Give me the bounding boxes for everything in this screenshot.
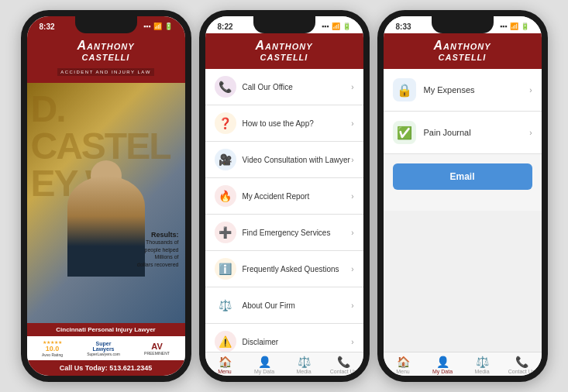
data-icon-1: ✅ xyxy=(393,121,416,144)
menu-label-3: My Accident Report xyxy=(243,192,352,201)
tab-icon-3-3: 📞 xyxy=(515,356,528,368)
spacer xyxy=(384,211,542,352)
tab-my-data-3[interactable]: 👤 My Data xyxy=(423,356,463,374)
tab-bar-2: 🏠 Menu 👤 My Data ⚖️ Media 📞 Contact Us xyxy=(205,352,363,376)
menu-label-2: Video Consultation with Lawyer xyxy=(243,156,352,164)
call-text: Call Us Today: 513.621.2345 xyxy=(31,364,181,372)
data-item-1[interactable]: ✅ Pain Journal › xyxy=(384,112,542,154)
battery-icon-3: 🔋 xyxy=(521,22,529,30)
tab-icon-2-3: ⚖️ xyxy=(476,356,489,368)
menu-label-6: About Our Firm xyxy=(243,301,352,310)
menu-icon-7: ⚠️ xyxy=(215,331,236,352)
person-body xyxy=(67,176,145,277)
time-1: 8:32 xyxy=(40,22,55,31)
results-lines: Thousands of people helped Millions of d… xyxy=(137,239,179,269)
tab-label-2-2: Media xyxy=(296,369,311,374)
screen1-logo-subtitle: ACCIDENT AND INJURY LAW xyxy=(57,68,154,76)
award-superlawyers: Super Lawyers SuperLawyers.com xyxy=(87,341,120,356)
screen1-phone: 8:32 ▪▪▪ 📶 🔋 AANTHONY CASTELLI ACCIDENT … xyxy=(21,10,191,382)
tab-label-1-2: My Data xyxy=(254,369,274,374)
menu-label-1: How to use the App? xyxy=(243,119,352,128)
tab-media-2[interactable]: ⚖️ Media xyxy=(284,356,324,374)
menu-item-6[interactable]: ⚖️ About Our Firm › xyxy=(205,287,363,324)
wifi-icon-3: 📶 xyxy=(510,22,518,30)
notch xyxy=(75,16,137,33)
tab-label-0-3: Menu xyxy=(396,369,410,374)
menu-label-7: Disclaimer xyxy=(243,338,352,346)
menu-icon-3: 🔥 xyxy=(215,185,236,207)
award-av: AV PREEMINENT xyxy=(144,342,170,356)
tab-label-3-2: Contact Us xyxy=(330,369,357,374)
chevron-icon-0: › xyxy=(351,83,353,91)
status-icons-3: ▪▪▪ 📶 🔋 xyxy=(500,22,529,30)
screen2-logo: AANTHONY CASTELLI xyxy=(213,38,356,63)
battery-icon-2: 🔋 xyxy=(343,22,351,30)
time-3: 8:33 xyxy=(396,22,411,31)
award-avvo: ★★★★★ 10.0 Avvo Rating xyxy=(42,339,63,357)
battery-icon: 🔋 xyxy=(164,22,173,30)
results-box: Results: Thousands of people helped Mill… xyxy=(137,231,179,269)
tab-icon-0-2: 🏠 xyxy=(219,356,232,368)
menu-item-4[interactable]: ➕ Find Emergency Services › xyxy=(205,215,363,251)
menu-item-1[interactable]: ❓ How to use the App? › xyxy=(205,105,363,142)
tab-icon-2-2: ⚖️ xyxy=(298,356,311,368)
screen3-header: AANTHONY CASTELLI xyxy=(384,33,542,69)
tab-contact-us-3[interactable]: 📞 Contact Us xyxy=(502,356,542,374)
tab-icon-1-3: 👤 xyxy=(436,356,449,368)
data-chevron-1: › xyxy=(529,129,532,137)
menu-icon-1: ❓ xyxy=(215,112,236,134)
tab-media-3[interactable]: ⚖️ Media xyxy=(463,356,502,374)
menu-icon-0: 📞 xyxy=(215,76,236,98)
signal-icon: ▪▪▪ xyxy=(143,22,151,30)
footer-tagline: Cincinnati Personal Injury Lawyer xyxy=(32,326,181,333)
menu-item-2[interactable]: 🎥 Video Consultation with Lawyer › xyxy=(205,142,363,178)
tab-icon-1-2: 👤 xyxy=(258,356,271,368)
menu-icon-5: ℹ️ xyxy=(215,258,236,280)
tab-my-data-2[interactable]: 👤 My Data xyxy=(245,356,284,374)
time-2: 8:22 xyxy=(218,22,233,31)
tab-icon-0-3: 🏠 xyxy=(397,356,410,368)
menu-item-7[interactable]: ⚠️ Disclaimer › xyxy=(205,324,363,352)
screen1-header: AANTHONY CASTELLI ACCIDENT AND INJURY LA… xyxy=(27,33,185,83)
menu-icon-6: ⚖️ xyxy=(215,294,236,316)
email-button[interactable]: Email xyxy=(393,163,532,190)
menu-item-0[interactable]: 📞 Call Our Office › xyxy=(205,69,363,105)
data-label-1: Pain Journal xyxy=(424,128,530,137)
chevron-icon-3: › xyxy=(351,192,353,201)
data-chevron-0: › xyxy=(529,86,532,95)
menu-label-5: Frequently Asked Questions xyxy=(243,265,352,273)
status-icons-2: ▪▪▪ 📶 🔋 xyxy=(322,22,351,30)
screen2-header: AANTHONY CASTELLI xyxy=(205,33,363,69)
menu-item-3[interactable]: 🔥 My Accident Report › xyxy=(205,178,363,215)
notch-3 xyxy=(432,16,494,33)
tab-label-0-2: Menu xyxy=(218,369,232,374)
menu-icon-4: ➕ xyxy=(215,222,236,243)
tab-label-1-3: My Data xyxy=(432,369,453,374)
call-bar[interactable]: Call Us Today: 513.621.2345 xyxy=(27,360,185,376)
tab-menu-2[interactable]: 🏠 Menu xyxy=(205,356,245,374)
menu-icon-2: 🎥 xyxy=(215,149,236,170)
chevron-icon-4: › xyxy=(351,229,353,237)
footer-band: Cincinnati Personal Injury Lawyer xyxy=(27,323,185,336)
chevron-icon-5: › xyxy=(351,265,353,273)
data-item-0[interactable]: 🔒 My Expenses › xyxy=(384,69,542,112)
chevron-icon-2: › xyxy=(351,156,353,164)
status-icons-1: ▪▪▪ 📶 🔋 xyxy=(143,22,173,30)
tab-bar-3: 🏠 Menu 👤 My Data ⚖️ Media 📞 Contact Us xyxy=(384,352,542,376)
signal-icon-2: ▪▪▪ xyxy=(322,22,329,30)
wifi-icon-2: 📶 xyxy=(332,22,340,30)
data-icon-0: 🔒 xyxy=(393,78,416,101)
tab-menu-3[interactable]: 🏠 Menu xyxy=(384,356,423,374)
data-label-0: My Expenses xyxy=(424,85,530,95)
screens-container: 8:32 ▪▪▪ 📶 🔋 AANTHONY CASTELLI ACCIDENT … xyxy=(13,2,556,390)
screen3-logo: AANTHONY CASTELLI xyxy=(391,38,534,63)
awards-bar: ★★★★★ 10.0 Avvo Rating Super Lawyers Sup… xyxy=(27,336,185,360)
screen1-hero: D. CASTELEY W Results: Thousands of peop… xyxy=(27,83,185,323)
menu-item-5[interactable]: ℹ️ Frequently Asked Questions › xyxy=(205,251,363,287)
tab-contact-us-2[interactable]: 📞 Contact Us xyxy=(324,356,363,374)
signal-icon-3: ▪▪▪ xyxy=(500,22,508,30)
wifi-icon: 📶 xyxy=(153,22,162,30)
menu-label-4: Find Emergency Services xyxy=(243,229,352,237)
tab-label-3-3: Contact Us xyxy=(508,369,535,374)
menu-label-0: Call Our Office xyxy=(243,83,352,91)
